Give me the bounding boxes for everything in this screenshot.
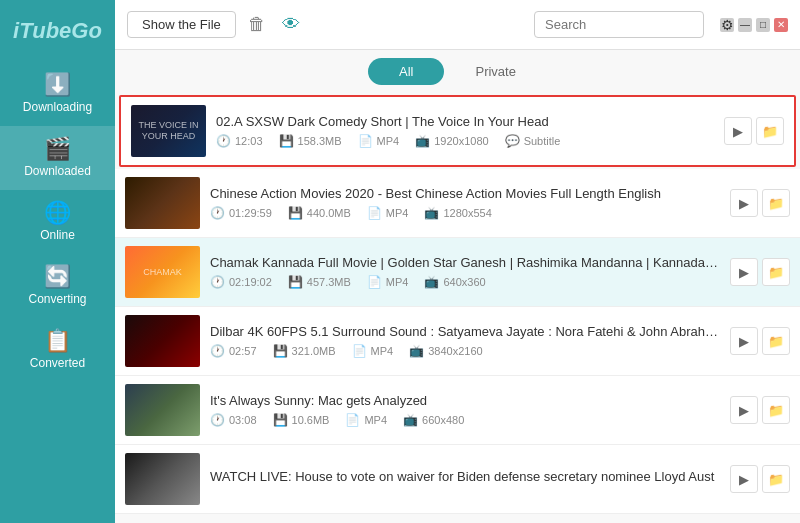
video-item: CHAMAK Chamak Kannada Full Movie | Golde… [115,238,800,307]
format-meta: 📄 MP4 [358,134,400,148]
video-info: Chinese Action Movies 2020 - Best Chines… [210,186,720,220]
folder-button[interactable]: 📁 [762,327,790,355]
video-thumbnail: CHAMAK [125,246,200,298]
video-title: Chamak Kannada Full Movie | Golden Star … [210,255,720,270]
clock-icon: 🕐 [210,344,225,358]
sidebar-label-downloading: Downloading [23,100,92,114]
maximize-button[interactable]: □ [756,18,770,32]
clock-icon: 🕐 [210,206,225,220]
video-meta: 🕐 02:19:02 💾 457.3MB 📄 MP4 📺 640x360 [210,275,720,289]
resolution-meta: 📺 660x480 [403,413,464,427]
folder-button[interactable]: 📁 [762,258,790,286]
minimize-button[interactable]: — [738,18,752,32]
folder-button[interactable]: 📁 [756,117,784,145]
folder-button[interactable]: 📁 [762,465,790,493]
thumb-label: CHAMAK [141,265,184,280]
video-item: WATCH LIVE: House to vote on waiver for … [115,445,800,514]
resolution-icon: 📺 [424,206,439,220]
video-title: It's Always Sunny: Mac gets Analyzed [210,393,720,408]
video-item: THE VOICE IN YOUR HEAD 02.A SXSW Dark Co… [119,95,796,167]
size-icon: 💾 [288,275,303,289]
subtitle-meta: 💬 Subtitle [505,134,561,148]
video-thumbnail: THE VOICE IN YOUR HEAD [131,105,206,157]
format-meta: 📄 MP4 [367,206,409,220]
video-item: Dilbar 4K 60FPS 5.1 Surround Sound : Sat… [115,307,800,376]
video-title: Chinese Action Movies 2020 - Best Chines… [210,186,720,201]
size-icon: 💾 [273,413,288,427]
video-thumbnail [125,384,200,436]
delete-button[interactable]: 🗑 [244,12,270,37]
play-button[interactable]: ▶ [730,396,758,424]
video-actions: ▶ 📁 [724,117,784,145]
resolution-meta: 📺 1280x554 [424,206,491,220]
format-icon: 📄 [367,275,382,289]
video-thumbnail [125,177,200,229]
video-item: It's Always Sunny: Mac gets Analyzed 🕐 0… [115,376,800,445]
folder-button[interactable]: 📁 [762,396,790,424]
online-icon: 🌐 [44,202,71,224]
play-button[interactable]: ▶ [730,465,758,493]
video-actions: ▶ 📁 [730,465,790,493]
clock-icon: 🕐 [216,134,231,148]
format-meta: 📄 MP4 [345,413,387,427]
sidebar-item-converting[interactable]: 🔄 Converting [0,254,115,318]
video-actions: ▶ 📁 [730,327,790,355]
sidebar-item-online[interactable]: 🌐 Online [0,190,115,254]
converted-icon: 📋 [44,330,71,352]
search-input[interactable] [534,11,704,38]
tab-all[interactable]: All [368,58,444,85]
resolution-meta: 📺 1920x1080 [415,134,488,148]
thumb-label: THE VOICE IN YOUR HEAD [131,118,206,144]
settings-button[interactable]: ⚙ [720,18,734,32]
window-controls: ⚙ — □ ✕ [720,18,788,32]
play-button[interactable]: ▶ [730,258,758,286]
format-icon: 📄 [345,413,360,427]
converting-icon: 🔄 [44,266,71,288]
close-button[interactable]: ✕ [774,18,788,32]
sidebar-item-converted[interactable]: 📋 Converted [0,318,115,382]
sidebar-label-converted: Converted [30,356,85,370]
sidebar-item-downloaded[interactable]: 🎬 Downloaded [0,126,115,190]
downloaded-icon: 🎬 [44,138,71,160]
format-meta: 📄 MP4 [352,344,394,358]
video-info: Chamak Kannada Full Movie | Golden Star … [210,255,720,289]
folder-button[interactable]: 📁 [762,189,790,217]
video-thumbnail [125,315,200,367]
duration-meta: 🕐 03:08 [210,413,257,427]
sidebar-item-downloading[interactable]: ⬇️ Downloading [0,62,115,126]
thumb-label [161,477,165,481]
thumb-label [161,408,165,412]
size-icon: 💾 [288,206,303,220]
clock-icon: 🕐 [210,413,225,427]
eye-button[interactable]: 👁 [278,12,304,37]
play-button[interactable]: ▶ [730,327,758,355]
resolution-meta: 📺 3840x2160 [409,344,482,358]
format-icon: 📄 [367,206,382,220]
video-thumbnail [125,453,200,505]
clock-icon: 🕐 [210,275,225,289]
size-meta: 💾 321.0MB [273,344,336,358]
play-button[interactable]: ▶ [724,117,752,145]
video-list: THE VOICE IN YOUR HEAD 02.A SXSW Dark Co… [115,93,800,523]
sidebar-label-downloaded: Downloaded [24,164,91,178]
size-icon: 💾 [273,344,288,358]
video-meta: 🕐 12:03 💾 158.3MB 📄 MP4 📺 1920x1080 [216,134,714,148]
tab-private[interactable]: Private [444,58,546,85]
format-meta: 📄 MP4 [367,275,409,289]
video-item: Chinese Action Movies 2020 - Best Chines… [115,169,800,238]
show-file-button[interactable]: Show the File [127,11,236,38]
play-button[interactable]: ▶ [730,189,758,217]
video-title: 02.A SXSW Dark Comedy Short | The Voice … [216,114,714,129]
video-info: Dilbar 4K 60FPS 5.1 Surround Sound : Sat… [210,324,720,358]
downloading-icon: ⬇️ [44,74,71,96]
size-meta: 💾 10.6MB [273,413,330,427]
duration-meta: 🕐 12:03 [216,134,263,148]
resolution-icon: 📺 [424,275,439,289]
subtitle-icon: 💬 [505,134,520,148]
app-logo: iTubeGo [13,10,102,52]
resolution-icon: 📺 [415,134,430,148]
video-actions: ▶ 📁 [730,396,790,424]
video-title: WATCH LIVE: House to vote on waiver for … [210,469,720,484]
thumb-label [161,339,165,343]
sidebar-label-converting: Converting [28,292,86,306]
